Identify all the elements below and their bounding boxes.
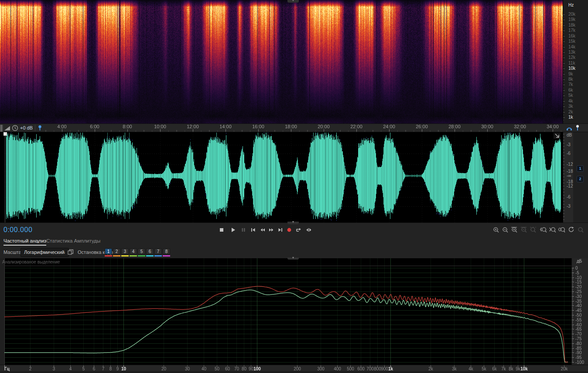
ruler-tick	[563, 68, 565, 69]
tab-frequency-analysis[interactable]: Частотный анализ	[3, 238, 46, 246]
skip-end-icon	[277, 226, 284, 233]
ruler-tick-minor	[563, 39, 564, 39]
record-button[interactable]	[285, 226, 294, 234]
play-button[interactable]	[229, 226, 237, 234]
timeline-ruler[interactable]	[41, 124, 563, 132]
hold-color-bar	[163, 255, 170, 257]
ruler-tick	[563, 117, 565, 118]
ruler-tick	[563, 192, 564, 192]
zoom-in-time-icon	[511, 226, 518, 233]
hold-color-bar	[138, 255, 145, 257]
ruler-tick-minor	[563, 82, 564, 82]
analysis-tabs: Частотный анализ ≡ Статистика Амплитуды	[0, 237, 588, 246]
frequency-tick-label: 17k	[568, 28, 575, 33]
zoom-out-button[interactable]	[501, 226, 509, 234]
rewind-button[interactable]	[258, 226, 267, 234]
audition-window: Hz 20k19k18k17k16k15k14k13k12k11k10k9k8k…	[0, 0, 588, 373]
frequency-analysis-plot	[4, 258, 571, 365]
spectrogram-frequency-ruler[interactable]: Hz 20k19k18k17k16k15k14k13k12k11k10k9k8k…	[563, 0, 588, 123]
skip-selection-button[interactable]	[304, 226, 313, 234]
zoom-in-point-button[interactable]	[539, 226, 547, 234]
ruler-tick	[563, 174, 564, 174]
spectrogram-display[interactable]	[0, 0, 563, 123]
waveform-display[interactable]	[3, 132, 563, 222]
hold-button-8[interactable]: 8	[163, 248, 170, 254]
gain-hud-value[interactable]: +0 dB	[20, 125, 33, 130]
channel-2-button[interactable]: 2	[577, 176, 584, 182]
loop-playback-icon	[295, 226, 302, 233]
ruler-tick	[563, 90, 565, 91]
ruler-tick	[563, 101, 565, 102]
frequency-tick-label: 13k	[568, 50, 575, 55]
zoom-out-point-button[interactable]	[548, 226, 557, 234]
hold-button-7[interactable]: 7	[154, 248, 162, 254]
ruler-tick	[563, 158, 564, 159]
frequency-tick-label: 1k	[568, 115, 573, 120]
zoom-in-point-icon	[540, 226, 547, 233]
panel-menu-icon[interactable]: ≡	[37, 239, 39, 244]
ruler-tick-minor	[563, 61, 564, 61]
monitor-headphones-icon[interactable]	[566, 125, 573, 131]
frequency-tick-label: 6k	[568, 88, 573, 92]
selection-corner-icon[interactable]	[554, 133, 561, 139]
skip-end-button[interactable]	[276, 226, 285, 234]
amplitude-tick-label: -∞	[567, 173, 571, 178]
toolbar-divider	[35, 125, 35, 131]
scale-select[interactable]: Логарифмический ⌄	[21, 248, 69, 257]
frequency-tick-label: 20k	[568, 12, 575, 17]
time-display[interactable]: 0:00.000	[3, 226, 32, 234]
frequency-tick-label: 8k	[568, 77, 573, 82]
ruler-tick	[563, 216, 564, 217]
ruler-tick-minor	[563, 55, 564, 55]
ruler-tick	[563, 189, 564, 189]
ruler-tick-minor	[563, 17, 564, 17]
fade-envelope-icon[interactable]	[4, 126, 10, 131]
panel-collapse-handle[interactable]: ▾	[287, 222, 299, 224]
forward-button[interactable]	[267, 226, 276, 234]
marker-pin-icon[interactable]	[575, 124, 580, 131]
zoom-in-button[interactable]	[492, 226, 500, 234]
transport-bar: 0:00.000	[0, 222, 588, 238]
reset-zoom-button[interactable]	[567, 226, 575, 234]
frequency-tick-label: 19k	[568, 17, 575, 22]
panel-collapse-handle[interactable]: ▾	[287, 0, 299, 3]
hold-color-bar	[130, 255, 137, 257]
ruler-tick	[563, 186, 564, 186]
hold-button-5[interactable]: 5	[138, 248, 145, 254]
stop-button[interactable]	[217, 226, 226, 234]
amplitude-ruler[interactable]: dB-3-6-12-18-∞-18-12-6-3	[563, 132, 574, 222]
hold-button-6[interactable]: 6	[146, 248, 154, 254]
copy-graph-icon[interactable]	[68, 249, 74, 255]
channel-1-button[interactable]: 1	[577, 165, 584, 172]
playhead-handle[interactable]	[3, 132, 7, 136]
rewind-icon	[259, 226, 266, 233]
frequency-tick-label: 2k	[568, 110, 573, 114]
zoom-selection-button[interactable]	[529, 226, 537, 234]
hold-button-4[interactable]: 4	[130, 248, 137, 254]
amplitude-tick-label: -3	[567, 142, 571, 147]
zoom-out-time-icon	[520, 226, 527, 233]
ruler-tick	[563, 155, 564, 156]
ruler-tick	[563, 213, 564, 214]
clock-icon[interactable]	[12, 125, 18, 131]
pause-button[interactable]	[239, 226, 248, 234]
loop-playback-button[interactable]	[294, 226, 303, 234]
hold-button-3[interactable]: 3	[121, 248, 129, 254]
panel-grip-handle[interactable]	[0, 125, 3, 132]
ruler-tick	[563, 180, 564, 180]
skip-start-button[interactable]	[249, 226, 257, 234]
hold-button-1[interactable]: 1	[105, 248, 112, 254]
frequency-analysis-panel: Анализированое выделение	[0, 258, 588, 365]
ruler-tick	[563, 74, 565, 75]
zoom-in-time-button[interactable]	[510, 226, 518, 234]
frequency-tick-label: 14k	[568, 44, 575, 49]
zoom-full-button[interactable]	[576, 226, 585, 234]
zoom-out-time-button[interactable]	[520, 226, 528, 234]
hold-button-2[interactable]: 2	[113, 248, 120, 254]
zoom-full-icon	[577, 226, 584, 233]
tab-amplitude-statistics[interactable]: Статистика Амплитуды	[46, 238, 100, 245]
zoom-out-icon	[502, 226, 509, 233]
panel-collapse-handle[interactable]: ▾	[287, 257, 299, 260]
zoom-to-selection-button[interactable]	[557, 226, 566, 234]
chevron-down-icon: ▾	[287, 220, 299, 224]
